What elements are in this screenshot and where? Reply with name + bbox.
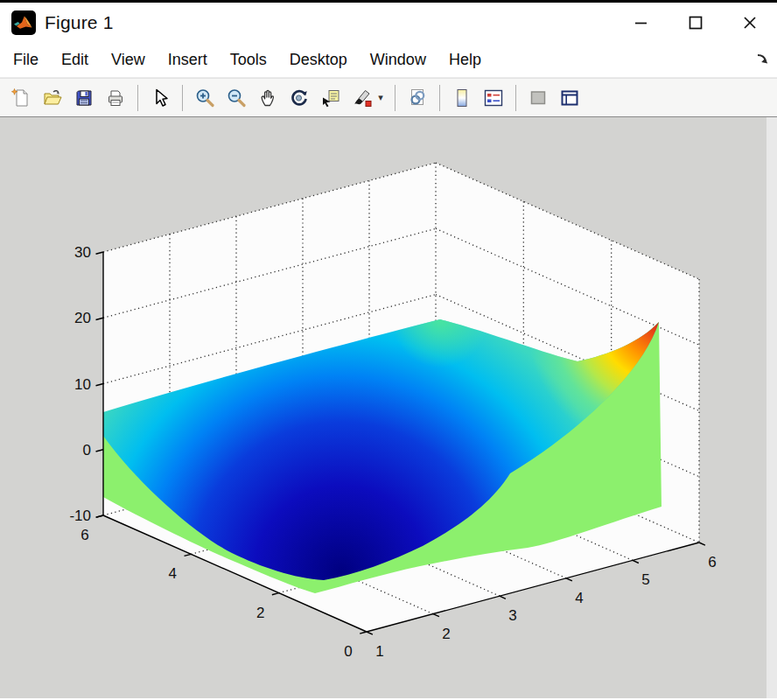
menu-item-desktop[interactable]: Desktop	[278, 46, 359, 74]
insert-legend-icon	[483, 88, 504, 108]
brush-data-button[interactable]	[348, 83, 376, 113]
dock-figure-arrow-icon[interactable]	[753, 51, 772, 70]
title-bar: Figure 1	[0, 0, 777, 42]
arrow-pointer-icon	[150, 88, 171, 108]
surface-plot[interactable]: 3020100-106420123456	[0, 117, 777, 700]
z-axis-tick-label: 30	[74, 244, 91, 261]
toolbar-separator	[515, 85, 516, 111]
matlab-logo-icon	[11, 10, 36, 35]
new-figure-icon	[10, 88, 32, 108]
window-controls	[614, 3, 777, 42]
menu-item-insert[interactable]: Insert	[157, 46, 219, 74]
rotate-3d-button[interactable]	[285, 83, 313, 113]
save-figure-icon	[74, 88, 94, 108]
x-axis-tick-label: 5	[641, 571, 649, 588]
hide-plot-tools-button[interactable]	[524, 83, 552, 113]
print-figure-button[interactable]	[102, 83, 130, 113]
x-axis-tick-label: 6	[708, 554, 716, 570]
z-axis-tick-label: 20	[74, 310, 91, 326]
pan-hand-icon	[257, 88, 278, 108]
y-axis-tick-label: 2	[256, 605, 264, 621]
dock-plot-tools-icon	[559, 88, 580, 108]
x-axis-tick-label: 4	[575, 590, 583, 606]
print-figure-icon	[105, 88, 126, 108]
save-figure-button[interactable]	[70, 83, 98, 113]
toolbar-separator	[395, 85, 396, 111]
close-icon	[740, 13, 760, 32]
toolbar-separator	[137, 85, 138, 111]
menu-item-tools[interactable]: Tools	[219, 46, 278, 74]
maximize-button[interactable]	[668, 3, 723, 42]
y-axis-tick-label: 6	[80, 527, 88, 543]
z-axis-tick-label: -10	[69, 508, 91, 524]
dock-plot-tools-button[interactable]	[556, 83, 584, 113]
open-file-button[interactable]	[38, 83, 66, 113]
minimize-icon	[632, 13, 651, 32]
z-axis-tick-label: 0	[83, 442, 91, 458]
new-figure-button[interactable]	[7, 83, 35, 113]
insert-legend-button[interactable]	[480, 83, 508, 113]
arrow-pointer-button[interactable]	[146, 83, 174, 113]
zoom-out-button[interactable]	[222, 83, 250, 113]
menu-item-file[interactable]: File	[2, 46, 50, 74]
hide-plot-tools-icon	[528, 88, 549, 108]
toolbar-separator	[182, 85, 183, 111]
toolbar-separator	[439, 85, 440, 111]
menu-bar: FileEditViewInsertToolsDesktopWindowHelp	[0, 42, 777, 78]
y-axis-tick-label: 0	[344, 643, 352, 660]
zoom-in-icon	[194, 88, 215, 108]
insert-colorbar-icon	[452, 88, 472, 108]
open-file-icon	[42, 88, 63, 108]
brush-data-dropdown-button[interactable]: ▾	[374, 83, 387, 113]
x-axis-tick-label: 2	[442, 626, 450, 642]
toolbar: ▾	[0, 78, 777, 117]
pan-hand-button[interactable]	[254, 83, 282, 113]
menu-item-help[interactable]: Help	[438, 46, 493, 74]
menu-item-view[interactable]: View	[100, 46, 157, 74]
figure-window: Figure 1 FileEditViewInsertToolsDesktopW…	[0, 0, 777, 700]
z-axis-tick-label: 10	[74, 376, 91, 393]
menu-item-window[interactable]: Window	[359, 46, 438, 74]
insert-colorbar-button[interactable]	[448, 83, 476, 113]
x-axis-tick-label: 1	[375, 643, 383, 660]
rotate-3d-icon	[289, 88, 310, 108]
link-plot-icon	[407, 88, 428, 108]
zoom-out-icon	[226, 88, 247, 108]
link-plot-button[interactable]	[403, 83, 431, 113]
close-button[interactable]	[723, 3, 777, 42]
zoom-in-button[interactable]	[191, 83, 219, 113]
figure-canvas[interactable]: 3020100-106420123456	[0, 117, 777, 698]
minimize-button[interactable]	[614, 3, 668, 42]
y-axis-tick-label: 4	[169, 565, 177, 582]
brush-data-icon	[352, 88, 373, 108]
window-title: Figure 1	[45, 12, 114, 33]
menu-item-edit[interactable]: Edit	[50, 46, 100, 74]
data-cursor-button[interactable]	[317, 83, 345, 113]
data-cursor-icon	[320, 88, 341, 108]
maximize-icon	[686, 13, 705, 32]
x-axis-tick-label: 3	[508, 607, 516, 624]
